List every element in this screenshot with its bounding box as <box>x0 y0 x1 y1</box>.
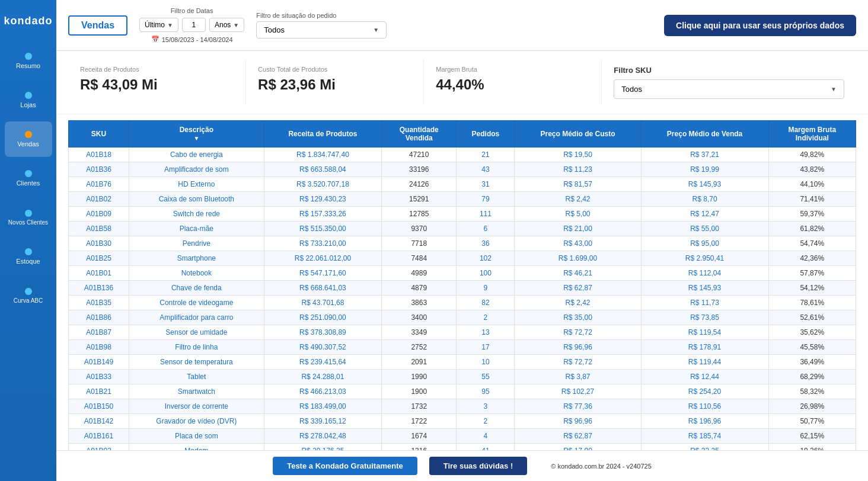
cell-preco-custo: R$ 5,00 <box>515 207 641 222</box>
unit-chevron-icon: ▼ <box>233 22 239 28</box>
status-dropdown[interactable]: Todos ▼ <box>256 21 387 39</box>
table-row: A01B87 Sensor de umidade R$ 378.308,89 3… <box>69 325 856 340</box>
cell-preco-custo: R$ 1.699,00 <box>515 251 641 266</box>
cell-preco-custo: R$ 81,57 <box>515 177 641 192</box>
sidebar-item-vendas[interactable]: Vendas <box>5 121 52 157</box>
novos-clientes-dot-icon <box>25 210 32 217</box>
cell-receita: R$ 251.090,00 <box>264 310 382 325</box>
receita-value: R$ 43,09 Mi <box>80 76 234 93</box>
sidebar-item-novos-clientes[interactable]: Novos Clientes <box>5 200 52 235</box>
col-receita: Receita de Produtos <box>264 121 382 147</box>
cell-preco-venda: R$ 112,04 <box>641 266 768 281</box>
cell-receita: R$ 547.171,60 <box>264 266 382 281</box>
unit-select[interactable]: Anos ▼ <box>209 18 244 32</box>
cell-descricao: Modem <box>129 444 264 451</box>
custo-value: R$ 23,96 Mi <box>258 76 411 93</box>
cell-receita: R$ 378.308,89 <box>264 325 382 340</box>
copyright-text: © kondado.com.br 2024 - v240725 <box>551 463 652 470</box>
sku-dropdown[interactable]: Todos ▼ <box>614 79 844 99</box>
cell-margem: 45,58% <box>768 340 856 355</box>
cta-button[interactable]: Clique aqui para usar seus próprios dado… <box>664 15 856 36</box>
cell-qtd: 33196 <box>382 162 457 177</box>
cell-descricao: Gravador de vídeo (DVR) <box>129 414 264 429</box>
sidebar-item-lojas[interactable]: Lojas <box>5 82 52 118</box>
cell-pedidos: 41 <box>457 444 515 451</box>
cell-margem: 26,98% <box>768 399 856 414</box>
sidebar-label-lojas: Lojas <box>20 101 36 108</box>
cell-preco-custo: R$ 77,36 <box>515 399 641 414</box>
cell-descricao: Sensor de umidade <box>129 325 264 340</box>
margem-kpi-card: Margem Bruta 44,40% <box>424 60 602 105</box>
cell-margem: 35,62% <box>768 325 856 340</box>
cell-pedidos: 4 <box>457 429 515 444</box>
cell-qtd: 47210 <box>382 147 457 162</box>
col-pedidos: Pedidos <box>457 121 515 147</box>
cell-margem: 78,61% <box>768 296 856 310</box>
margem-value: 44,40% <box>436 76 589 93</box>
cell-margem: 54,12% <box>768 281 856 296</box>
cell-sku: A01B149 <box>69 355 129 370</box>
cell-pedidos: 13 <box>457 325 515 340</box>
sidebar-label-curva-abc: Curva ABC <box>14 297 43 304</box>
vendas-button[interactable]: Vendas <box>68 15 127 36</box>
col-margem: Margem BrutaIndividual <box>768 121 856 147</box>
sales-table: SKU Descrição▼ Receita de Produtos Quant… <box>68 120 856 450</box>
cell-sku: A01B09 <box>69 207 129 222</box>
cell-pedidos: 55 <box>457 370 515 384</box>
cell-receita: R$ 129.430,23 <box>264 192 382 207</box>
cell-preco-venda: R$ 2.950,41 <box>641 251 768 266</box>
period-select[interactable]: Último ▼ <box>139 18 178 32</box>
cell-preco-custo: R$ 46,21 <box>515 266 641 281</box>
cell-margem: 42,36% <box>768 251 856 266</box>
cell-margem: 54,74% <box>768 236 856 251</box>
sidebar-item-curva-abc[interactable]: Curva ABC <box>5 278 52 313</box>
test-button[interactable]: Teste a Kondado Gratuitamente <box>273 457 417 475</box>
cell-receita: R$ 43.701,68 <box>264 296 382 310</box>
cell-descricao: Notebook <box>129 266 264 281</box>
custo-kpi-card: Custo Total de Produtos R$ 23,96 Mi <box>246 60 424 105</box>
cell-preco-venda: R$ 55,00 <box>641 222 768 236</box>
cell-preco-custo: R$ 96,96 <box>515 414 641 429</box>
table-row: A01B98 Filtro de linha R$ 490.307,52 275… <box>69 340 856 355</box>
cell-margem: 44,10% <box>768 177 856 192</box>
receita-label: Receita de Produtos <box>80 66 234 73</box>
cell-pedidos: 95 <box>457 384 515 399</box>
table-row: A01B142 Gravador de vídeo (DVR) R$ 339.1… <box>69 414 856 429</box>
cell-preco-venda: R$ 119,54 <box>641 325 768 340</box>
table-row: A01B25 Smartphone R$ 22.061.012,00 7484 … <box>69 251 856 266</box>
logo: kondado <box>2 6 55 36</box>
cell-descricao: Inversor de corrente <box>129 399 264 414</box>
unit-selected-value: Anos <box>215 21 231 29</box>
sidebar-item-estoque[interactable]: Estoque <box>5 239 52 274</box>
help-button[interactable]: Tire suas dúvidas ! <box>429 457 528 475</box>
period-chevron-icon: ▼ <box>167 22 173 28</box>
cell-receita: R$ 24.288,01 <box>264 370 382 384</box>
cell-preco-venda: R$ 73,85 <box>641 310 768 325</box>
sidebar-item-resumo[interactable]: Resumo <box>5 43 52 79</box>
cell-preco-venda: R$ 178,91 <box>641 340 768 355</box>
cell-preco-venda: R$ 12,47 <box>641 207 768 222</box>
col-preco-venda: Preço Médio de Venda <box>641 121 768 147</box>
sidebar-label-clientes: Clientes <box>17 179 40 187</box>
sidebar: kondado Resumo Lojas Vendas Clientes Nov… <box>0 0 56 481</box>
period-number-input[interactable] <box>182 18 206 32</box>
cell-descricao: Chave de fenda <box>129 281 264 296</box>
sidebar-item-clientes[interactable]: Clientes <box>5 161 52 196</box>
cell-qtd: 1674 <box>382 429 457 444</box>
cell-sku: A01B21 <box>69 384 129 399</box>
cell-sku: A01B58 <box>69 222 129 236</box>
cell-preco-venda: R$ 8,70 <box>641 192 768 207</box>
cell-receita: R$ 3.520.707,18 <box>264 177 382 192</box>
table-row: A01B136 Chave de fenda R$ 668.641,03 487… <box>69 281 856 296</box>
status-chevron-icon: ▼ <box>373 27 379 33</box>
cell-receita: R$ 183.499,00 <box>264 399 382 414</box>
cell-descricao: Smartwatch <box>129 384 264 399</box>
cell-pedidos: 43 <box>457 162 515 177</box>
cell-margem: 50,77% <box>768 414 856 429</box>
table-container: SKU Descrição▼ Receita de Produtos Quant… <box>56 114 868 450</box>
cell-qtd: 4879 <box>382 281 457 296</box>
col-preco-custo: Preço Médio de Custo <box>515 121 641 147</box>
cell-descricao: Tablet <box>129 370 264 384</box>
cell-descricao: Sensor de temperatura <box>129 355 264 370</box>
cell-pedidos: 82 <box>457 296 515 310</box>
